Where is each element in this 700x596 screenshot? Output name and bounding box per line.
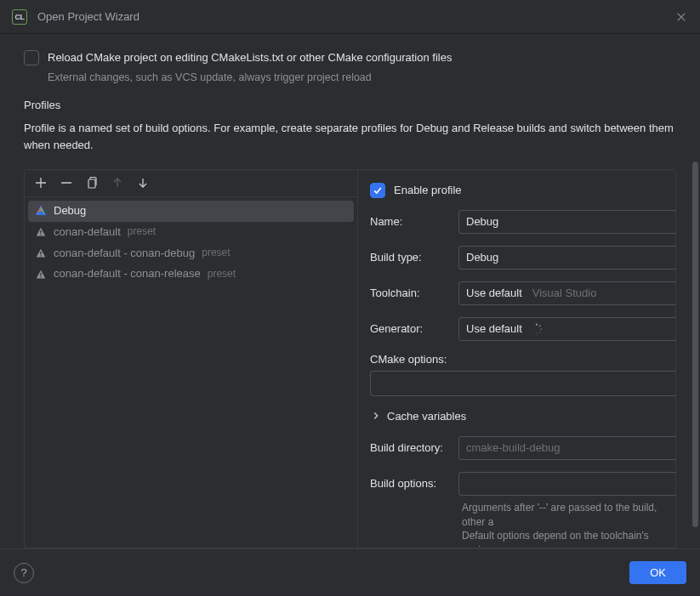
toolchain-select[interactable]: Use default Visual Studio	[458, 281, 675, 305]
build-directory-label: Build directory:	[370, 441, 452, 454]
titlebar: CL Open Project Wizard	[0, 0, 700, 34]
build-type-select[interactable]	[458, 246, 675, 270]
warning-icon	[35, 269, 47, 281]
reload-checkbox[interactable]	[24, 50, 39, 65]
toolchain-ghost: Visual Studio	[532, 287, 597, 299]
warning-icon	[35, 247, 47, 259]
profile-row[interactable]: Debug	[28, 201, 354, 222]
profile-row-label: Debug	[54, 204, 86, 219]
preset-tag: preset	[202, 247, 230, 260]
svg-rect-20	[40, 276, 41, 277]
name-input[interactable]	[458, 210, 675, 234]
preset-tag: preset	[208, 268, 236, 281]
reload-checkbox-label: Reload CMake project on editing CMakeLis…	[48, 49, 452, 66]
profile-row-label: conan-default	[54, 225, 121, 240]
profiles-toolbar	[25, 170, 357, 197]
svg-point-23	[540, 328, 542, 330]
move-down-icon[interactable]	[135, 175, 151, 190]
ok-button[interactable]: OK	[629, 561, 686, 584]
profile-row[interactable]: conan-default - conan-debugpreset	[28, 243, 354, 264]
copy-icon[interactable]	[84, 175, 100, 190]
cache-variables-expander[interactable]: Cache variables	[370, 408, 675, 424]
svg-rect-5	[88, 179, 95, 188]
build-options-hint-2: Default options depend on the toolchain'…	[462, 529, 675, 548]
profile-form: Enable profile Name: Build type: Toolcha…	[358, 170, 675, 548]
build-type-label: Build type:	[370, 251, 452, 264]
svg-point-22	[538, 325, 540, 326]
loading-spinner-icon	[531, 323, 543, 335]
svg-rect-19	[40, 273, 41, 276]
profile-row[interactable]: conan-default - conan-releasepreset	[28, 264, 354, 285]
close-icon[interactable]	[674, 10, 688, 24]
profiles-description: Profile is a named set of build options.…	[24, 120, 676, 154]
profile-row-label: conan-default - conan-release	[54, 267, 201, 281]
move-up-icon	[110, 175, 125, 190]
remove-icon[interactable]	[59, 175, 74, 190]
cmake-icon	[35, 205, 47, 217]
svg-point-28	[533, 326, 534, 326]
app-icon: CL	[12, 9, 27, 25]
svg-rect-17	[40, 255, 41, 256]
svg-point-26	[532, 332, 533, 332]
preset-tag: preset	[128, 225, 156, 239]
generator-select[interactable]: Use default	[458, 317, 675, 341]
profile-row-label: conan-default - conan-debug	[54, 247, 195, 261]
build-options-input[interactable]	[458, 472, 675, 496]
profiles-heading: Profiles	[24, 99, 676, 111]
svg-point-25	[536, 332, 537, 333]
svg-point-24	[539, 332, 541, 333]
window-title: Open Project Wizard	[37, 10, 139, 23]
cmake-options-input[interactable]	[370, 371, 675, 396]
svg-rect-14	[40, 234, 41, 235]
profile-row[interactable]: conan-defaultpreset	[28, 222, 354, 243]
reload-subnote: External changes, such as VCS update, al…	[48, 71, 676, 83]
build-options-hint-1: Arguments after '--' are passed to the b…	[462, 501, 675, 530]
chevron-right-icon	[370, 410, 382, 422]
svg-point-27	[532, 328, 532, 329]
toolchain-label: Toolchain:	[370, 287, 452, 299]
cache-variables-label: Cache variables	[387, 410, 466, 423]
profiles-left-pane: Debugconan-defaultpresetconan-default - …	[25, 170, 358, 548]
profile-list: Debugconan-defaultpresetconan-default - …	[25, 197, 357, 548]
svg-point-21	[536, 323, 538, 325]
cmake-options-label: CMake options:	[370, 353, 675, 366]
help-button[interactable]: ?	[14, 563, 34, 583]
scrollbar-thumb[interactable]	[692, 162, 698, 527]
scrollbar[interactable]	[691, 162, 700, 548]
toolchain-value: Use default	[466, 287, 522, 299]
warning-icon	[35, 226, 47, 238]
build-directory-input[interactable]	[458, 436, 675, 460]
svg-rect-16	[40, 252, 41, 255]
svg-rect-13	[40, 230, 41, 234]
add-icon[interactable]	[33, 175, 48, 190]
generator-label: Generator:	[370, 322, 452, 335]
enable-profile-label: Enable profile	[394, 184, 462, 196]
generator-value: Use default	[466, 322, 522, 335]
build-options-label: Build options:	[370, 477, 452, 490]
enable-profile-checkbox[interactable]	[370, 183, 385, 198]
name-label: Name:	[370, 215, 452, 228]
